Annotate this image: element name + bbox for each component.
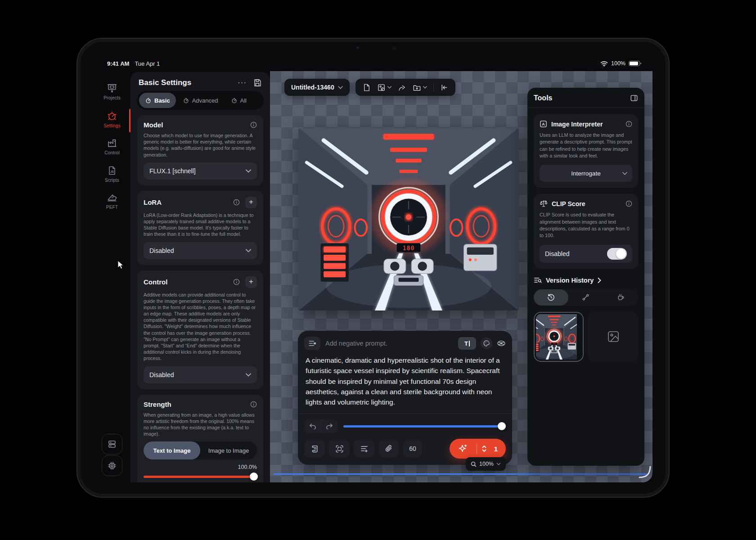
chevron-down-icon [423, 86, 427, 89]
info-icon[interactable] [233, 279, 240, 285]
redo-button[interactable] [321, 419, 338, 433]
add-control-button[interactable]: + [245, 276, 257, 288]
history-tab[interactable] [534, 289, 568, 306]
undo-redo-group [304, 419, 338, 433]
version-thumbnail-empty[interactable] [588, 312, 638, 362]
prompt-panel: Add negative prompt. T [298, 331, 512, 465]
sidebar-item-control[interactable]: Control [94, 138, 130, 155]
version-thumbnails [534, 312, 638, 362]
control-dropdown[interactable]: Disabled [144, 366, 257, 383]
panel-collapse-icon[interactable] [630, 94, 638, 102]
mode-image-to-image[interactable]: Image to Image [200, 441, 257, 459]
generate-sparkle[interactable] [450, 444, 477, 454]
gauge-icon [231, 97, 238, 104]
section-title: Version History [546, 277, 594, 284]
info-icon[interactable] [626, 121, 632, 127]
section-description: LoRA (Low-order Rank Adaptation) is a te… [144, 212, 257, 238]
model-section: Model Choose which model to use for imag… [137, 115, 263, 185]
model-manager-button[interactable] [102, 434, 122, 454]
slider-track[interactable] [144, 476, 257, 478]
slider-knob[interactable] [498, 422, 506, 430]
sidebar-item-label: Control [104, 150, 120, 155]
mouse-cursor [117, 260, 125, 270]
sidebar-item-settings[interactable]: Settings [94, 111, 130, 128]
skip-to-start-icon [440, 83, 449, 92]
canvas-surface[interactable]: Untitled-13460 [270, 71, 652, 482]
clip-score-toggle-row: Disabled [540, 245, 632, 263]
sidebar-item-peft[interactable]: PEFT [94, 192, 130, 210]
share-button[interactable] [398, 83, 406, 92]
chevron-right-icon [598, 278, 601, 283]
compute-settings-button[interactable] [102, 455, 122, 476]
import-image-button[interactable] [377, 83, 392, 92]
mode-text-to-image[interactable]: Text to Image [144, 441, 200, 459]
crop-frame-button[interactable] [329, 440, 350, 458]
save-to-folder-button[interactable] [413, 83, 427, 92]
guidance-slider[interactable] [343, 422, 506, 430]
sparkle-icon [458, 444, 468, 454]
strength-slider[interactable] [144, 472, 257, 481]
batch-stepper[interactable] [477, 445, 491, 452]
add-lora-button[interactable]: + [245, 197, 257, 208]
sidebar-item-projects[interactable]: Projects [94, 83, 130, 100]
attach-button[interactable] [378, 440, 399, 458]
palette-icon [483, 340, 490, 347]
version-history-header[interactable]: Version History [534, 277, 638, 284]
progress-line [274, 473, 647, 475]
interrogate-button[interactable]: Interrogate [540, 165, 632, 182]
slider-track[interactable] [343, 425, 504, 428]
button-label: Interrogate [571, 170, 600, 177]
text-input-mode-button[interactable]: T [458, 337, 476, 350]
info-icon[interactable] [250, 122, 257, 128]
card-title: CLIP Score [552, 200, 585, 207]
chevron-down-icon [338, 86, 343, 89]
stage: 9:41 AM Tue Apr 1 100% [0, 0, 756, 540]
undo-button[interactable] [304, 419, 321, 433]
clip-score-toggle[interactable] [607, 248, 627, 260]
strength-value: 100.0% [144, 464, 257, 470]
clock-date: Tue Apr 1 [135, 60, 160, 67]
negative-prompt-icon[interactable] [304, 337, 320, 350]
history-clock-icon [547, 293, 555, 301]
waves-icon [497, 339, 506, 348]
generate-button[interactable]: 1 [450, 439, 506, 459]
new-document-button[interactable] [362, 83, 371, 92]
model-dropdown[interactable]: FLUX.1 [schnell] [144, 162, 257, 180]
wifi-icon [600, 61, 608, 67]
slider-knob[interactable] [250, 472, 258, 481]
sidebar-item-scripts[interactable]: JS Scripts [94, 165, 130, 183]
tab-all[interactable]: All [225, 93, 252, 108]
brew-tab[interactable] [603, 289, 638, 306]
more-options-button[interactable]: ··· [238, 81, 247, 85]
batch-count: 1 [491, 445, 500, 453]
graph-tab[interactable] [568, 289, 603, 306]
divider [298, 413, 512, 414]
info-icon[interactable] [250, 401, 257, 408]
generated-image[interactable] [298, 128, 519, 310]
tab-advanced[interactable]: Advanced [177, 93, 224, 108]
undo-icon [309, 423, 316, 429]
gauge-icon [145, 97, 152, 104]
generation-mode-segment: Text to Image Image to Image [144, 441, 257, 459]
section-title: Control [144, 278, 167, 286]
tab-basic[interactable]: Basic [139, 93, 176, 108]
zoom-control[interactable]: 100% [466, 457, 506, 471]
save-preset-icon[interactable] [253, 78, 262, 87]
info-icon[interactable] [626, 200, 632, 207]
front-camera-dot [356, 46, 359, 49]
prompt-list-button[interactable] [354, 440, 374, 458]
negative-prompt-input[interactable]: Add negative prompt. [325, 340, 453, 347]
steps-value[interactable]: 60 [403, 440, 422, 458]
scales-icon [540, 200, 548, 207]
version-thumbnail-current[interactable] [534, 312, 584, 362]
prompt-input[interactable]: A cinematic, dramatic and hyperrealistic… [306, 355, 504, 407]
collapse-panel-button[interactable] [440, 83, 449, 92]
stream-options-button[interactable] [497, 339, 506, 348]
history-script-button[interactable] [304, 440, 325, 458]
palette-button[interactable] [481, 338, 492, 349]
gauge-icon [107, 111, 117, 122]
document-title-menu[interactable]: Untitled-13460 [284, 79, 350, 96]
lora-dropdown[interactable]: Disabled [144, 242, 257, 259]
info-icon[interactable] [233, 199, 240, 206]
toggle-knob [616, 249, 626, 259]
